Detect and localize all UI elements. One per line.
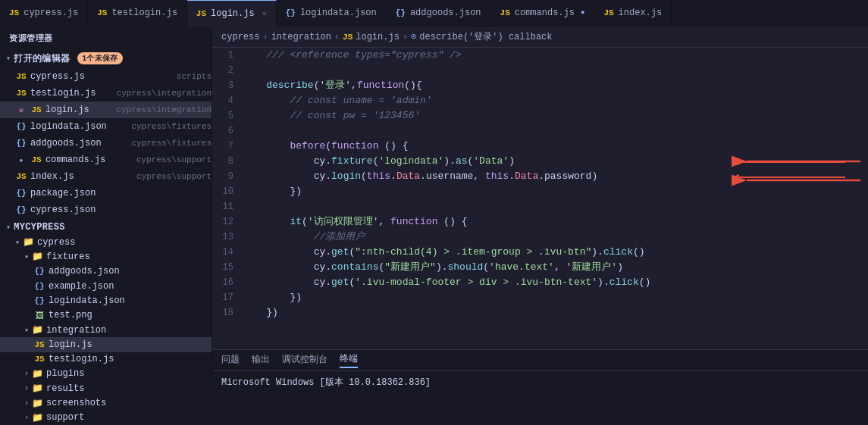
editor-file-cypress-json[interactable]: {} cypress.json [0, 202, 212, 218]
tab-addgoods-json[interactable]: {} addgoods.json [387, 0, 491, 27]
terminal-tab-output[interactable]: 输出 [252, 353, 270, 367]
folder-plugins[interactable]: › 📁 plugins [0, 367, 212, 381]
line-number: 18 [212, 305, 243, 320]
line-content: before(function () { [243, 139, 868, 154]
file-label: login.js [49, 339, 212, 350]
js-icon: JS [196, 9, 206, 18]
tab-commands-js[interactable]: JS commands.js ● [491, 0, 595, 27]
editor-file-addgoods-json[interactable]: {} addgoods.json cypress\fixtures [0, 135, 212, 152]
code-line-2: 2 [212, 63, 868, 78]
file-testlogin-js[interactable]: JS testlogin.js [0, 352, 212, 367]
tab-label: testlogin.js [111, 8, 177, 18]
file-label: logindata.json [49, 295, 212, 306]
editor-file-logindata-json[interactable]: {} logindata.json cypress\fixtures [0, 118, 212, 135]
file-label: testlogin.js [49, 354, 212, 364]
tab-logindata-json[interactable]: {} logindata.json [277, 0, 387, 27]
folder-icon: 📁 [32, 398, 43, 409]
breadcrumb-part: integration [271, 32, 331, 42]
tab-login-js[interactable]: JS login.js ✕ [187, 0, 277, 27]
file-label: test.png [49, 310, 212, 320]
modified-dot: ● [581, 9, 584, 17]
editor-file-commands-js[interactable]: ● JS commands.js cypress\support [0, 152, 212, 168]
chevron-right-icon: › [24, 399, 29, 408]
chevron-down-icon: ▾ [6, 54, 11, 63]
dot-icon: ● [15, 157, 27, 164]
line-number: 16 [212, 275, 243, 290]
file-example-json[interactable]: {} example.json [0, 279, 212, 293]
editor-area: cypress › integration › JS login.js › ⊙ … [212, 27, 868, 425]
breadcrumb-part: login.js [356, 32, 400, 42]
tab-index-js[interactable]: JS index.js [594, 0, 672, 27]
file-addgoods-json[interactable]: {} addgoods.json [0, 264, 212, 279]
js-icon: JS [15, 172, 27, 181]
breadcrumb-sep: › [262, 32, 268, 42]
folder-cypress[interactable]: ▾ 📁 cypress [0, 235, 212, 249]
line-number: 1 [212, 48, 243, 63]
js-icon: JS [30, 155, 42, 164]
folder-icon: 📁 [23, 236, 34, 248]
folder-fixtures[interactable]: ▾ 📁 fixtures [0, 249, 212, 264]
terminal-tab-debug[interactable]: 调试控制台 [282, 353, 327, 367]
mycypress-header[interactable]: ▾ MYCYPRESS [0, 220, 212, 235]
file-logindata-json[interactable]: {} logindata.json [0, 293, 212, 308]
terminal-tab-problems[interactable]: 问题 [221, 353, 240, 367]
js-icon: JS [15, 89, 27, 98]
editor-file-package-json[interactable]: {} package.json [0, 185, 212, 202]
code-line-15: 15 cy.contains("新建用户").should('have.text… [212, 260, 868, 275]
terminal-line: Microsoft Windows [版本 10.0.18362.836] [221, 376, 859, 389]
folder-integration[interactable]: ▾ 📁 integration [0, 323, 212, 337]
editor-file-testlogin-js[interactable]: JS testlogin.js cypress\integration [0, 85, 212, 102]
terminal-panel: 问题 输出 调试控制台 终端 Microsoft Windows [版本 10.… [212, 349, 868, 425]
line-content: //添加用户 [243, 230, 868, 245]
folder-support[interactable]: › 📁 support [0, 411, 212, 425]
terminal-content[interactable]: Microsoft Windows [版本 10.0.18362.836] [212, 371, 868, 425]
file-label: cypress.js [30, 71, 171, 82]
file-login-js[interactable]: JS login.js [0, 337, 212, 352]
file-test-png[interactable]: 🖼 test.png [0, 308, 212, 323]
folder-icon: 📁 [32, 368, 43, 380]
line-number: 10 [212, 184, 243, 199]
chevron-down-icon: ▾ [24, 252, 29, 261]
line-number: 15 [212, 260, 243, 275]
tab-close-button[interactable]: ✕ [262, 9, 267, 18]
tab-bar: JS cypress.js JS testlogin.js JS login.j… [0, 0, 868, 27]
tab-label: addgoods.json [410, 8, 481, 18]
folder-results[interactable]: › 📁 results [0, 381, 212, 395]
tab-cypress-js[interactable]: JS cypress.js [0, 0, 88, 27]
tab-label: cypress.js [24, 8, 78, 18]
arrow-annotation-9 [739, 173, 860, 182]
file-path: cypress\fixtures [131, 139, 212, 148]
code-line-5: 5 // const pw = '123456' [212, 108, 868, 123]
code-line-17: 17 }) [212, 290, 868, 305]
code-line-11: 11 [212, 199, 868, 214]
line-number: 6 [212, 123, 243, 139]
code-line-12: 12 it('访问权限管理', function () { [212, 214, 868, 230]
line-content: // const pw = '123456' [243, 108, 868, 123]
code-editor[interactable]: 1 /// <reference types="cypress" /> 2 3 … [212, 48, 868, 349]
folder-label: integration [46, 325, 212, 336]
main-area: 资源管理器 ▾ 打开的编辑器 1个未保存 JS cypress.js scrip… [0, 27, 868, 425]
chevron-right-icon: › [24, 384, 29, 392]
line-number: 8 [212, 154, 243, 169]
tab-testlogin-js[interactable]: JS testlogin.js [88, 0, 187, 27]
terminal-tab-terminal[interactable]: 终端 [340, 352, 358, 368]
editor-file-login-js[interactable]: ✕ JS login.js cypress\integration [0, 102, 212, 118]
mycypress-label: MYCYPRESS [14, 222, 65, 233]
line-content: cy.get(":nth-child(4) > .item-group > .i… [243, 245, 868, 260]
tab-label: logindata.json [300, 8, 377, 18]
line-content: /// <reference types="cypress" /> [243, 48, 868, 63]
file-path: scripts [177, 72, 212, 81]
folder-screenshots[interactable]: › 📁 screenshots [0, 395, 212, 410]
file-label: index.js [30, 171, 130, 182]
open-editors-header[interactable]: ▾ 打开的编辑器 1个未保存 [0, 50, 212, 67]
editor-file-cypress-js[interactable]: JS cypress.js scripts [0, 68, 212, 85]
file-path: cypress\integration [117, 105, 212, 114]
file-path: cypress\support [136, 155, 212, 164]
folder-label: cypress [37, 237, 212, 248]
line-content: }) [243, 305, 868, 320]
chevron-right-icon: › [24, 414, 29, 422]
json-icon: {} [15, 139, 27, 148]
editor-file-index-js[interactable]: JS index.js cypress\support [0, 168, 212, 185]
js-icon: JS [9, 8, 19, 17]
code-line-8: 8 cy.fixture('logindata').as('Data') [212, 154, 868, 169]
